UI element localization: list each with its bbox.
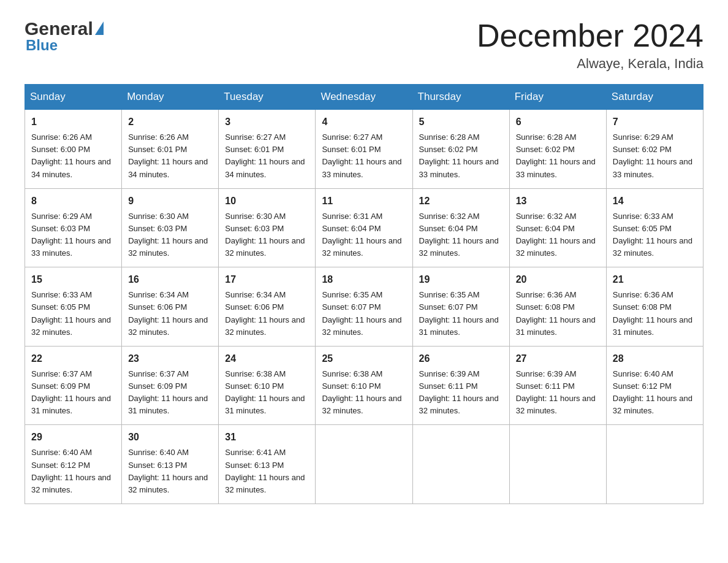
day-number: 23 — [128, 351, 212, 366]
calendar-cell: 20Sunrise: 6:36 AMSunset: 6:08 PMDayligh… — [509, 267, 606, 347]
day-number: 7 — [613, 115, 697, 129]
day-number: 16 — [128, 272, 212, 287]
day-number: 10 — [225, 194, 309, 209]
calendar-cell — [412, 425, 509, 504]
logo: General Blue — [25, 18, 104, 54]
calendar-cell: 31Sunrise: 6:41 AMSunset: 6:13 PMDayligh… — [219, 425, 316, 504]
day-info: Sunrise: 6:34 AMSunset: 6:06 PMDaylight:… — [225, 290, 305, 336]
day-number: 2 — [128, 115, 212, 129]
day-header-saturday: Saturday — [606, 85, 703, 110]
calendar-cell: 10Sunrise: 6:30 AMSunset: 6:03 PMDayligh… — [219, 188, 316, 267]
day-number: 4 — [322, 115, 406, 129]
logo-blue-text: Blue — [26, 37, 58, 54]
title-area: December 2024 Alwaye, Kerala, India — [477, 18, 703, 72]
day-number: 1 — [31, 115, 115, 129]
day-info: Sunrise: 6:36 AMSunset: 6:08 PMDaylight:… — [516, 290, 596, 336]
day-number: 22 — [31, 351, 115, 366]
calendar-table: SundayMondayTuesdayWednesdayThursdayFrid… — [25, 84, 703, 504]
day-info: Sunrise: 6:30 AMSunset: 6:03 PMDaylight:… — [225, 212, 305, 258]
calendar-cell: 2Sunrise: 6:26 AMSunset: 6:01 PMDaylight… — [122, 110, 219, 189]
day-info: Sunrise: 6:27 AMSunset: 6:01 PMDaylight:… — [322, 132, 401, 178]
day-number: 24 — [225, 351, 309, 366]
day-info: Sunrise: 6:38 AMSunset: 6:10 PMDaylight:… — [225, 369, 305, 415]
day-info: Sunrise: 6:26 AMSunset: 6:00 PMDaylight:… — [31, 132, 111, 178]
calendar-cell: 8Sunrise: 6:29 AMSunset: 6:03 PMDaylight… — [25, 188, 122, 267]
day-info: Sunrise: 6:39 AMSunset: 6:11 PMDaylight:… — [419, 369, 499, 415]
calendar-cell: 26Sunrise: 6:39 AMSunset: 6:11 PMDayligh… — [412, 346, 509, 425]
calendar-cell: 11Sunrise: 6:31 AMSunset: 6:04 PMDayligh… — [316, 188, 412, 267]
day-info: Sunrise: 6:40 AMSunset: 6:12 PMDaylight:… — [31, 448, 111, 494]
calendar-cell — [509, 425, 606, 504]
day-info: Sunrise: 6:34 AMSunset: 6:06 PMDaylight:… — [128, 290, 208, 336]
day-number: 30 — [128, 430, 212, 445]
day-info: Sunrise: 6:35 AMSunset: 6:07 PMDaylight:… — [419, 290, 499, 336]
day-info: Sunrise: 6:40 AMSunset: 6:12 PMDaylight:… — [613, 369, 692, 415]
logo-general-text: General — [25, 18, 93, 39]
page-header: General Blue December 2024 Alwaye, Keral… — [25, 18, 703, 72]
calendar-cell: 29Sunrise: 6:40 AMSunset: 6:12 PMDayligh… — [25, 425, 122, 504]
day-number: 31 — [225, 430, 309, 445]
calendar-cell: 7Sunrise: 6:29 AMSunset: 6:02 PMDaylight… — [606, 110, 703, 189]
day-header-monday: Monday — [122, 85, 219, 110]
calendar-cell: 27Sunrise: 6:39 AMSunset: 6:11 PMDayligh… — [509, 346, 606, 425]
day-number: 3 — [225, 115, 309, 129]
day-info: Sunrise: 6:36 AMSunset: 6:08 PMDaylight:… — [613, 290, 692, 336]
day-number: 5 — [419, 115, 503, 129]
day-number: 12 — [419, 194, 503, 209]
calendar-cell: 19Sunrise: 6:35 AMSunset: 6:07 PMDayligh… — [412, 267, 509, 347]
day-number: 6 — [516, 115, 600, 129]
calendar-cell: 17Sunrise: 6:34 AMSunset: 6:06 PMDayligh… — [219, 267, 316, 347]
calendar-cell: 4Sunrise: 6:27 AMSunset: 6:01 PMDaylight… — [316, 110, 412, 189]
calendar-cell: 25Sunrise: 6:38 AMSunset: 6:10 PMDayligh… — [316, 346, 412, 425]
day-header-thursday: Thursday — [412, 85, 509, 110]
day-info: Sunrise: 6:29 AMSunset: 6:02 PMDaylight:… — [613, 132, 692, 178]
month-title: December 2024 — [477, 18, 703, 53]
calendar-cell: 5Sunrise: 6:28 AMSunset: 6:02 PMDaylight… — [412, 110, 509, 189]
calendar-cell: 18Sunrise: 6:35 AMSunset: 6:07 PMDayligh… — [316, 267, 412, 347]
day-info: Sunrise: 6:37 AMSunset: 6:09 PMDaylight:… — [128, 369, 208, 415]
day-number: 19 — [419, 272, 503, 287]
day-info: Sunrise: 6:29 AMSunset: 6:03 PMDaylight:… — [31, 212, 111, 258]
day-number: 8 — [31, 194, 115, 209]
calendar-cell: 6Sunrise: 6:28 AMSunset: 6:02 PMDaylight… — [509, 110, 606, 189]
day-header-tuesday: Tuesday — [219, 85, 316, 110]
calendar-cell: 28Sunrise: 6:40 AMSunset: 6:12 PMDayligh… — [606, 346, 703, 425]
day-info: Sunrise: 6:26 AMSunset: 6:01 PMDaylight:… — [128, 132, 208, 178]
calendar-cell — [316, 425, 412, 504]
day-info: Sunrise: 6:38 AMSunset: 6:10 PMDaylight:… — [322, 369, 401, 415]
calendar-week-row: 8Sunrise: 6:29 AMSunset: 6:03 PMDaylight… — [25, 188, 703, 267]
day-number: 28 — [613, 351, 697, 366]
day-number: 27 — [516, 351, 600, 366]
day-header-wednesday: Wednesday — [316, 85, 412, 110]
day-info: Sunrise: 6:33 AMSunset: 6:05 PMDaylight:… — [31, 290, 111, 336]
calendar-week-row: 15Sunrise: 6:33 AMSunset: 6:05 PMDayligh… — [25, 267, 703, 347]
day-number: 18 — [322, 272, 406, 287]
calendar-cell — [606, 425, 703, 504]
calendar-cell: 1Sunrise: 6:26 AMSunset: 6:00 PMDaylight… — [25, 110, 122, 189]
day-info: Sunrise: 6:35 AMSunset: 6:07 PMDaylight:… — [322, 290, 401, 336]
logo-triangle-icon — [95, 21, 104, 35]
calendar-week-row: 29Sunrise: 6:40 AMSunset: 6:12 PMDayligh… — [25, 425, 703, 504]
calendar-cell: 22Sunrise: 6:37 AMSunset: 6:09 PMDayligh… — [25, 346, 122, 425]
day-number: 21 — [613, 272, 697, 287]
day-number: 11 — [322, 194, 406, 209]
calendar-cell: 16Sunrise: 6:34 AMSunset: 6:06 PMDayligh… — [122, 267, 219, 347]
calendar-cell: 12Sunrise: 6:32 AMSunset: 6:04 PMDayligh… — [412, 188, 509, 267]
day-info: Sunrise: 6:32 AMSunset: 6:04 PMDaylight:… — [516, 212, 596, 258]
calendar-cell: 21Sunrise: 6:36 AMSunset: 6:08 PMDayligh… — [606, 267, 703, 347]
day-info: Sunrise: 6:39 AMSunset: 6:11 PMDaylight:… — [516, 369, 596, 415]
day-info: Sunrise: 6:40 AMSunset: 6:13 PMDaylight:… — [128, 448, 208, 494]
calendar-cell: 14Sunrise: 6:33 AMSunset: 6:05 PMDayligh… — [606, 188, 703, 267]
day-header-sunday: Sunday — [25, 85, 122, 110]
day-number: 26 — [419, 351, 503, 366]
day-number: 9 — [128, 194, 212, 209]
calendar-cell: 15Sunrise: 6:33 AMSunset: 6:05 PMDayligh… — [25, 267, 122, 347]
day-info: Sunrise: 6:33 AMSunset: 6:05 PMDaylight:… — [613, 212, 692, 258]
day-header-friday: Friday — [509, 85, 606, 110]
calendar-cell: 3Sunrise: 6:27 AMSunset: 6:01 PMDaylight… — [219, 110, 316, 189]
day-info: Sunrise: 6:31 AMSunset: 6:04 PMDaylight:… — [322, 212, 401, 258]
day-number: 13 — [516, 194, 600, 209]
calendar-cell: 23Sunrise: 6:37 AMSunset: 6:09 PMDayligh… — [122, 346, 219, 425]
day-info: Sunrise: 6:41 AMSunset: 6:13 PMDaylight:… — [225, 448, 305, 494]
calendar-cell: 24Sunrise: 6:38 AMSunset: 6:10 PMDayligh… — [219, 346, 316, 425]
